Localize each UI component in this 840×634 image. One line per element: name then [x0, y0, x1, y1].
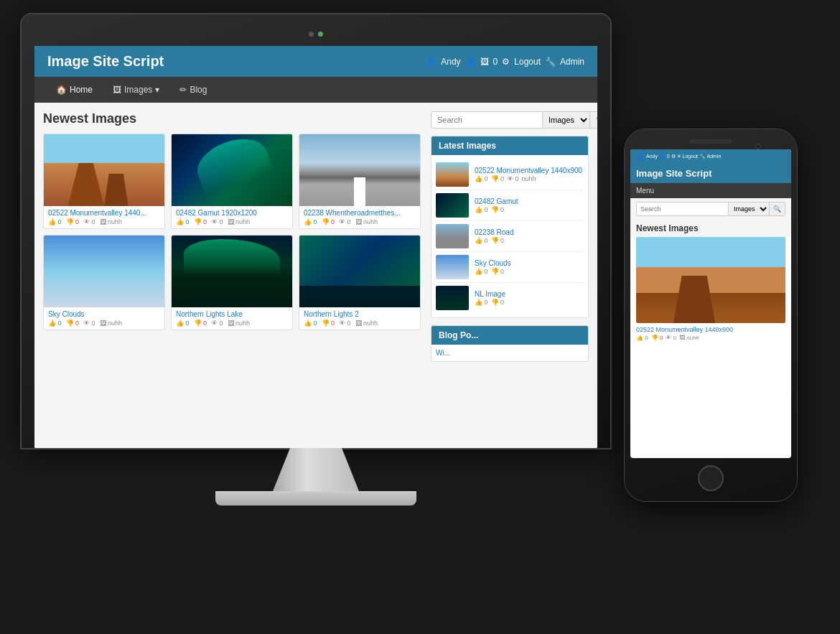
latest-thumb-5: [436, 286, 469, 310]
image-meta-4: 👍 0 👎 0 👁 0 🖼 nuhh: [48, 320, 160, 327]
camera-dot: [309, 32, 314, 37]
view-count: 👁 0: [339, 218, 351, 225]
site-title: Image Site Script: [47, 53, 164, 70]
phone-user: 🖼 nuhh: [679, 335, 699, 341]
image-grid: 02522 Monumentvalley 1440... 👍 0 👎 0 👁 0…: [43, 134, 421, 330]
notif-count: 0: [493, 57, 498, 67]
latest-item-3[interactable]: 02238 Road 👍 0👎 0: [436, 221, 584, 252]
image-card-2[interactable]: 02482 Gamut 1920x1200 👍 0 👎 0 👁 0 🖼 nuhh: [171, 134, 293, 229]
latest-thumb-4: [436, 255, 469, 279]
admin-link[interactable]: Admin: [560, 57, 584, 67]
image-info-5: Northern Lights Lake 👍 0 👎 0 👁 0 🖼 nuhh: [172, 307, 292, 330]
phone-screen: 👤 Andy 👤 0 ⚙ ✕ Logout 🔧 Admin Image Site…: [630, 149, 791, 458]
dropdown-icon: ▾: [155, 85, 159, 95]
image-info-6: Northern Lights 2 👍 0 👎 0 👁 0 🖼 nuhh: [299, 307, 420, 330]
blog-post-item[interactable]: Wi...: [436, 349, 584, 357]
latest-item-5[interactable]: NL Image 👍 0👎 0: [436, 283, 584, 313]
dislike-count: 👎 0: [194, 218, 207, 225]
home-icon: 🏠: [56, 85, 67, 95]
image-meta-2: 👍 0 👎 0 👁 0 🖼 nuhh: [176, 218, 288, 225]
latest-item-4[interactable]: Sky Clouds 👍 0👎 0: [436, 252, 584, 283]
latest-thumb-2: [436, 193, 469, 218]
phone-image-meta: 👍 0 👎 0 👁 0 🖼 nuhh: [630, 335, 791, 344]
phone-views: 👁 0: [666, 335, 676, 341]
image-name-5: Northern Lights Lake: [176, 310, 288, 318]
like-count: 👍 0: [304, 218, 317, 225]
image-meta-1: 👍 0 👎 0 👁 0 🖼 nuhh: [48, 218, 160, 225]
image-info-2: 02482 Gamut 1920x1200 👍 0 👎 0 👁 0 🖼 nuhh: [172, 206, 292, 228]
menu-label: Menu: [636, 187, 654, 195]
header-right: 👤 Andy 👤 🖼 0 ⚙ Logout 🔧 Admin: [426, 57, 584, 67]
nav-blog[interactable]: ✏ Blog: [171, 80, 215, 99]
phone-likes: 👍 0: [636, 335, 648, 341]
phone-search-select[interactable]: Images: [729, 202, 770, 216]
latest-info-3: 02238 Road 👍 0👎 0: [475, 228, 584, 244]
latest-name-1: 02522 Monumentvalley 1440x900: [475, 167, 584, 174]
view-count: 👁 0: [83, 218, 95, 225]
phone-search-button[interactable]: 🔍: [770, 202, 785, 216]
phone-search-input[interactable]: [636, 202, 729, 216]
latest-item-2[interactable]: 02482 Gamut 👍 0👎 0: [436, 190, 584, 221]
latest-info-4: Sky Clouds 👍 0👎 0: [475, 259, 584, 275]
camera-dot-green: [318, 32, 323, 37]
image-name-4: Sky Clouds: [48, 310, 160, 318]
search-input[interactable]: [431, 111, 543, 129]
site-body: Newest Images 02522 Monumentvalley 1440.…: [34, 103, 597, 448]
image-name-2: 02482 Gamut 1920x1200: [176, 209, 288, 217]
gear-icon[interactable]: ⚙: [502, 57, 510, 67]
thumb-sky: [44, 236, 164, 307]
phone-speaker: [689, 139, 732, 144]
latest-thumb-1: [436, 162, 469, 187]
pencil-icon: ✏: [179, 85, 187, 95]
latest-info-2: 02482 Gamut 👍 0👎 0: [475, 197, 584, 213]
like-count: 👍 0: [48, 218, 62, 225]
username: Andy: [441, 57, 460, 67]
image-meta-5: 👍 0 👎 0 👁 0 🖼 nuhh: [176, 320, 288, 327]
image-name-6: Northern Lights 2: [304, 310, 416, 318]
sidebar: Images 🔍 Latest Images 02522 Monumentval…: [431, 111, 589, 442]
monitor-base: [215, 491, 416, 505]
phone-thumb-monument: [636, 237, 785, 323]
phone-image-caption: 02522 Monumentvalley 1440x900: [630, 326, 791, 335]
monitor-bezel: Image Site Script 👤 Andy 👤 🖼 0 ⚙ Logout …: [22, 14, 610, 448]
phone-site-title: Image Site Script: [630, 164, 791, 183]
phone-dislikes: 👎 0: [651, 335, 663, 341]
thumb-nl-lake: [172, 236, 292, 307]
latest-images-header: Latest Images: [431, 136, 588, 155]
logout-link[interactable]: Logout: [514, 57, 541, 67]
search-category-select[interactable]: Images: [543, 111, 590, 129]
phone-avatar: 👤: [636, 153, 644, 160]
phone-menu-bar[interactable]: Menu: [630, 183, 791, 198]
image-info-4: Sky Clouds 👍 0 👎 0 👁 0 🖼 nuhh: [44, 307, 164, 330]
search-button[interactable]: 🔍: [590, 111, 597, 129]
image-name-1: 02522 Monumentvalley 1440...: [48, 209, 160, 217]
latest-thumb-3: [436, 224, 469, 248]
user-tag: 🖼 nuhh: [228, 218, 251, 225]
image-card-5[interactable]: Northern Lights Lake 👍 0 👎 0 👁 0 🖼 nuhh: [171, 235, 293, 330]
image-info-3: 02238 Whentheroadmetthes... 👍 0 👎 0 👁 0 …: [299, 206, 420, 228]
nav-home[interactable]: 🏠 Home: [47, 80, 101, 99]
latest-name-5: NL Image: [475, 290, 584, 298]
image-card-6[interactable]: Northern Lights 2 👍 0 👎 0 👁 0 🖼 nuhh: [299, 235, 421, 330]
image-meta-6: 👍 0 👎 0 👁 0 🖼 nuhh: [304, 320, 416, 327]
latest-item-1[interactable]: 02522 Monumentvalley 1440x900 👍 0 👎 0 👁 …: [436, 159, 584, 190]
latest-name-3: 02238 Road: [475, 228, 584, 236]
site-nav: 🏠 Home 🖼 Images ▾ ✏ Blog: [34, 77, 597, 103]
image-card-3[interactable]: 02238 Whentheroadmetthes... 👍 0 👎 0 👁 0 …: [299, 134, 421, 229]
image-info-1: 02522 Monumentvalley 1440... 👍 0 👎 0 👁 0…: [44, 206, 164, 228]
monitor: Image Site Script 👤 Andy 👤 🖼 0 ⚙ Logout …: [22, 14, 610, 505]
monitor-stand-neck: [273, 448, 359, 491]
thumb-nl2: [299, 236, 420, 307]
phone-bezel: 👤 Andy 👤 0 ⚙ ✕ Logout 🔧 Admin Image Site…: [625, 129, 797, 501]
thumb-road: [299, 134, 420, 206]
image-meta-3: 👍 0 👎 0 👁 0 🖼 nuhh: [304, 218, 416, 225]
image-card-1[interactable]: 02522 Monumentvalley 1440... 👍 0 👎 0 👁 0…: [43, 134, 165, 229]
blog-widget: Blog Po... Wi...: [431, 325, 589, 362]
image-card-4[interactable]: Sky Clouds 👍 0 👎 0 👁 0 🖼 nuhh: [43, 235, 165, 330]
phone-header: 👤 Andy 👤 0 ⚙ ✕ Logout 🔧 Admin: [630, 149, 791, 164]
latest-info-1: 02522 Monumentvalley 1440x900 👍 0 👎 0 👁 …: [475, 167, 584, 182]
phone-home-button[interactable]: [698, 465, 724, 491]
avatar-icon: 👤: [426, 57, 437, 67]
phone-image-thumb[interactable]: [636, 237, 785, 323]
nav-images[interactable]: 🖼 Images ▾: [104, 80, 168, 99]
